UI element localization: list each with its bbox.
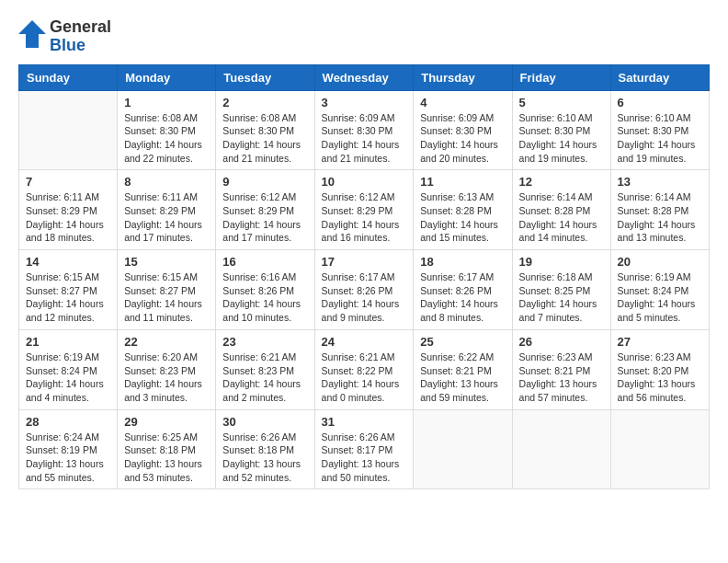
calendar-cell: 27Sunrise: 6:23 AM Sunset: 8:20 PM Dayli…	[610, 329, 709, 409]
day-number: 29	[124, 415, 209, 429]
day-number: 4	[420, 96, 505, 109]
day-info: Sunrise: 6:15 AM Sunset: 8:27 PM Dayligh…	[124, 270, 209, 325]
week-row-3: 14Sunrise: 6:15 AM Sunset: 8:27 PM Dayli…	[19, 250, 710, 330]
calendar-cell: 31Sunrise: 6:26 AM Sunset: 8:17 PM Dayli…	[314, 409, 414, 489]
calendar-cell	[610, 409, 709, 489]
calendar-cell: 17Sunrise: 6:17 AM Sunset: 8:26 PM Dayli…	[314, 250, 414, 330]
day-info: Sunrise: 6:09 AM Sunset: 8:30 PM Dayligh…	[322, 111, 407, 166]
day-info: Sunrise: 6:19 AM Sunset: 8:24 PM Dayligh…	[26, 350, 110, 405]
logo-general-text: General	[50, 18, 111, 37]
calendar-cell: 13Sunrise: 6:14 AM Sunset: 8:28 PM Dayli…	[610, 170, 709, 250]
day-number: 1	[124, 96, 209, 109]
week-row-4: 21Sunrise: 6:19 AM Sunset: 8:24 PM Dayli…	[19, 329, 710, 409]
day-info: Sunrise: 6:25 AM Sunset: 8:18 PM Dayligh…	[124, 431, 209, 485]
day-number: 13	[618, 175, 702, 189]
day-number: 25	[420, 335, 505, 349]
calendar-cell: 9Sunrise: 6:12 AM Sunset: 8:29 PM Daylig…	[216, 170, 314, 250]
day-number: 17	[322, 255, 407, 269]
day-info: Sunrise: 6:17 AM Sunset: 8:26 PM Dayligh…	[420, 270, 505, 325]
day-number: 21	[26, 335, 110, 349]
day-number: 8	[124, 175, 209, 189]
day-info: Sunrise: 6:12 AM Sunset: 8:29 PM Dayligh…	[322, 190, 407, 245]
calendar-cell: 4Sunrise: 6:09 AM Sunset: 8:30 PM Daylig…	[414, 90, 512, 170]
calendar-cell: 22Sunrise: 6:20 AM Sunset: 8:23 PM Dayli…	[118, 329, 216, 409]
day-number: 20	[618, 255, 702, 269]
header-row: SundayMondayTuesdayWednesdayThursdayFrid…	[19, 64, 710, 90]
day-number: 31	[322, 415, 407, 429]
logo: GeneralBlue	[18, 18, 111, 55]
day-number: 2	[222, 96, 307, 109]
day-info: Sunrise: 6:17 AM Sunset: 8:26 PM Dayligh…	[322, 270, 407, 325]
day-info: Sunrise: 6:23 AM Sunset: 8:21 PM Dayligh…	[519, 350, 604, 405]
calendar-cell: 11Sunrise: 6:13 AM Sunset: 8:28 PM Dayli…	[414, 170, 512, 250]
day-number: 9	[222, 175, 307, 189]
calendar-cell: 1Sunrise: 6:08 AM Sunset: 8:30 PM Daylig…	[118, 90, 216, 170]
day-info: Sunrise: 6:14 AM Sunset: 8:28 PM Dayligh…	[618, 190, 702, 245]
calendar-cell: 15Sunrise: 6:15 AM Sunset: 8:27 PM Dayli…	[118, 250, 216, 330]
day-number: 19	[519, 255, 604, 269]
calendar-cell: 19Sunrise: 6:18 AM Sunset: 8:25 PM Dayli…	[512, 250, 610, 330]
day-number: 24	[322, 335, 407, 349]
day-number: 12	[519, 175, 604, 189]
day-info: Sunrise: 6:16 AM Sunset: 8:26 PM Dayligh…	[222, 270, 307, 325]
day-number: 28	[26, 415, 110, 429]
day-header-friday: Friday	[512, 64, 610, 90]
calendar-cell	[19, 90, 118, 170]
calendar-cell	[414, 409, 512, 489]
day-info: Sunrise: 6:09 AM Sunset: 8:30 PM Dayligh…	[420, 111, 505, 166]
day-info: Sunrise: 6:26 AM Sunset: 8:18 PM Dayligh…	[222, 431, 307, 485]
calendar-cell: 7Sunrise: 6:11 AM Sunset: 8:29 PM Daylig…	[19, 170, 118, 250]
day-info: Sunrise: 6:14 AM Sunset: 8:28 PM Dayligh…	[519, 190, 604, 245]
calendar-cell: 20Sunrise: 6:19 AM Sunset: 8:24 PM Dayli…	[610, 250, 709, 330]
calendar-cell: 2Sunrise: 6:08 AM Sunset: 8:30 PM Daylig…	[216, 90, 314, 170]
day-number: 3	[322, 96, 407, 109]
logo-text: GeneralBlue	[50, 18, 111, 55]
calendar-cell: 25Sunrise: 6:22 AM Sunset: 8:21 PM Dayli…	[414, 329, 512, 409]
day-header-sunday: Sunday	[19, 64, 118, 90]
day-number: 6	[618, 96, 702, 109]
calendar-cell: 30Sunrise: 6:26 AM Sunset: 8:18 PM Dayli…	[216, 409, 314, 489]
day-number: 27	[618, 335, 702, 349]
week-row-2: 7Sunrise: 6:11 AM Sunset: 8:29 PM Daylig…	[19, 170, 710, 250]
day-info: Sunrise: 6:26 AM Sunset: 8:17 PM Dayligh…	[322, 431, 407, 485]
week-row-1: 1Sunrise: 6:08 AM Sunset: 8:30 PM Daylig…	[19, 90, 710, 170]
day-header-saturday: Saturday	[610, 64, 709, 90]
day-number: 23	[222, 335, 307, 349]
day-number: 22	[124, 335, 209, 349]
calendar-cell: 5Sunrise: 6:10 AM Sunset: 8:30 PM Daylig…	[512, 90, 610, 170]
day-info: Sunrise: 6:08 AM Sunset: 8:30 PM Dayligh…	[222, 111, 307, 166]
day-info: Sunrise: 6:22 AM Sunset: 8:21 PM Dayligh…	[420, 350, 505, 405]
day-info: Sunrise: 6:24 AM Sunset: 8:19 PM Dayligh…	[26, 431, 110, 485]
calendar-cell: 18Sunrise: 6:17 AM Sunset: 8:26 PM Dayli…	[414, 250, 512, 330]
day-info: Sunrise: 6:19 AM Sunset: 8:24 PM Dayligh…	[618, 270, 702, 325]
day-info: Sunrise: 6:10 AM Sunset: 8:30 PM Dayligh…	[618, 111, 702, 166]
day-info: Sunrise: 6:18 AM Sunset: 8:25 PM Dayligh…	[519, 270, 604, 325]
calendar-cell: 14Sunrise: 6:15 AM Sunset: 8:27 PM Dayli…	[19, 250, 118, 330]
day-number: 30	[222, 415, 307, 429]
day-number: 11	[420, 175, 505, 189]
day-header-wednesday: Wednesday	[314, 64, 414, 90]
day-info: Sunrise: 6:21 AM Sunset: 8:23 PM Dayligh…	[222, 350, 307, 405]
day-info: Sunrise: 6:10 AM Sunset: 8:30 PM Dayligh…	[519, 111, 604, 166]
day-number: 14	[26, 255, 110, 269]
calendar-cell: 6Sunrise: 6:10 AM Sunset: 8:30 PM Daylig…	[610, 90, 709, 170]
calendar-cell: 10Sunrise: 6:12 AM Sunset: 8:29 PM Dayli…	[314, 170, 414, 250]
calendar-cell: 29Sunrise: 6:25 AM Sunset: 8:18 PM Dayli…	[118, 409, 216, 489]
day-info: Sunrise: 6:20 AM Sunset: 8:23 PM Dayligh…	[124, 350, 209, 405]
calendar-cell: 12Sunrise: 6:14 AM Sunset: 8:28 PM Dayli…	[512, 170, 610, 250]
calendar-cell	[512, 409, 610, 489]
day-info: Sunrise: 6:11 AM Sunset: 8:29 PM Dayligh…	[26, 190, 110, 245]
calendar-cell: 24Sunrise: 6:21 AM Sunset: 8:22 PM Dayli…	[314, 329, 414, 409]
day-info: Sunrise: 6:15 AM Sunset: 8:27 PM Dayligh…	[26, 270, 110, 325]
day-header-tuesday: Tuesday	[216, 64, 314, 90]
logo-icon	[18, 20, 46, 52]
day-info: Sunrise: 6:12 AM Sunset: 8:29 PM Dayligh…	[222, 190, 307, 245]
day-number: 7	[26, 175, 110, 189]
calendar-cell: 3Sunrise: 6:09 AM Sunset: 8:30 PM Daylig…	[314, 90, 414, 170]
calendar: SundayMondayTuesdayWednesdayThursdayFrid…	[18, 64, 710, 490]
day-number: 16	[222, 255, 307, 269]
calendar-cell: 23Sunrise: 6:21 AM Sunset: 8:23 PM Dayli…	[216, 329, 314, 409]
logo-blue-text: Blue	[50, 37, 111, 55]
day-number: 5	[519, 96, 604, 109]
day-info: Sunrise: 6:21 AM Sunset: 8:22 PM Dayligh…	[322, 350, 407, 405]
